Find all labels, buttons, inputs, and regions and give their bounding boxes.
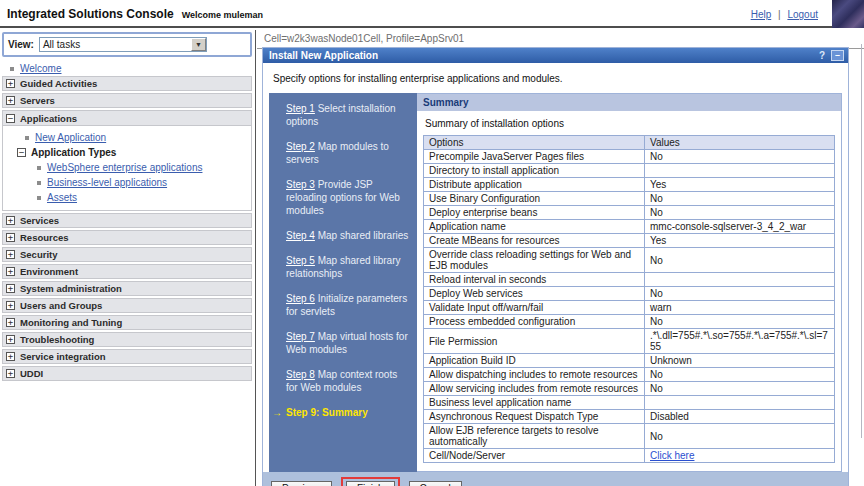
expand-icon[interactable]: + — [6, 369, 15, 378]
sidebar-section-header-services[interactable]: +Services — [2, 213, 252, 228]
sidebar-section-guided-activities: +Guided Activities — [2, 76, 252, 91]
current-step-label: Step 9: Summary — [286, 407, 368, 418]
option-cell: Asynchronous Request Dispatch Type — [424, 410, 645, 424]
sidebar-item-welcome[interactable]: Welcome — [2, 61, 252, 76]
sidebar-item-assets[interactable]: Assets — [3, 190, 251, 205]
banner-graphic — [832, 0, 864, 28]
sidebar-section-header-applications[interactable]: −Applications — [3, 111, 251, 126]
sidebar-section-header-users-and-groups[interactable]: +Users and Groups — [2, 298, 252, 313]
wizard-step-step-1[interactable]: Step 1 Select installation options — [286, 102, 409, 128]
sidebar-section-header-monitoring-and-tuning[interactable]: +Monitoring and Tuning — [2, 315, 252, 330]
expand-icon[interactable]: + — [6, 318, 15, 327]
sidebar-section-label: Environment — [20, 266, 78, 277]
expand-icon[interactable]: + — [6, 96, 15, 105]
wizard-step-step-5[interactable]: Step 5 Map shared library relationships — [286, 254, 409, 280]
expand-icon[interactable]: + — [6, 233, 15, 242]
table-row-create-mbeans-for-resources: Create MBeans for resourcesYes — [424, 234, 835, 248]
sidebar-link-new-application[interactable]: New Application — [35, 132, 106, 143]
sidebar-section-header-guided-activities[interactable]: +Guided Activities — [2, 76, 252, 91]
expand-icon[interactable]: + — [6, 79, 15, 88]
bullet-icon — [37, 166, 41, 170]
expand-icon[interactable]: + — [6, 267, 15, 276]
dropdown-arrow-icon[interactable]: ▼ — [191, 38, 206, 51]
previous-button[interactable]: Previous — [271, 481, 332, 486]
sidebar-item-websphere-enterprise-applications[interactable]: WebSphere enterprise applications — [3, 160, 251, 175]
sidebar-link-websphere-enterprise-applications[interactable]: WebSphere enterprise applications — [47, 162, 202, 173]
value-link-cell-node-server[interactable]: Click here — [650, 450, 694, 461]
sidebar-section-header-uddi[interactable]: +UDDI — [2, 366, 252, 381]
step-link-step-5[interactable]: Step 5 — [286, 255, 315, 266]
view-select-value: All tasks — [43, 39, 80, 50]
option-cell: Application name — [424, 220, 645, 234]
sidebar-section-label: System administration — [20, 283, 122, 294]
value-cell: Yes — [645, 234, 835, 248]
finish-annotation-box: Finish — [341, 477, 400, 486]
sidebar-section-header-troubleshooting[interactable]: +Troubleshooting — [2, 332, 252, 347]
option-cell: Cell/Node/Server — [424, 449, 645, 463]
table-row-use-binary-configuration: Use Binary ConfigurationNo — [424, 192, 835, 206]
wizard-step-step-8[interactable]: Step 8 Map context roots for Web modules — [286, 368, 409, 394]
table-row-business-level-application-name: Business level application name — [424, 396, 835, 410]
expand-icon[interactable]: + — [6, 216, 15, 225]
sidebar-nav: Welcome+Guided Activities+Servers−Applic… — [2, 61, 252, 381]
sidebar-section-label: Servers — [20, 95, 55, 106]
wizard-step-step-2[interactable]: Step 2 Map modules to servers — [286, 140, 409, 166]
collapse-icon[interactable]: − — [17, 148, 26, 157]
step-link-step-2[interactable]: Step 2 — [286, 141, 315, 152]
wizard-step-step-7[interactable]: Step 7 Map virtual hosts for Web modules — [286, 330, 409, 356]
panel-help-icon[interactable]: ? — [819, 50, 825, 61]
sidebar-section-header-servers[interactable]: +Servers — [2, 93, 252, 108]
table-row-file-permission: File Permission.*\.dll=755#.*\.so=755#.*… — [424, 329, 835, 354]
step-link-step-4[interactable]: Step 4 — [286, 230, 315, 241]
wizard-title: Install New Application — [269, 50, 378, 61]
step-link-step-3[interactable]: Step 3 — [286, 179, 315, 190]
sidebar-item-new-application[interactable]: New Application — [3, 130, 251, 145]
sidebar-item-business-level-applications[interactable]: Business-level applications — [3, 175, 251, 190]
sidebar-section-label: Security — [20, 249, 58, 260]
sidebar-link-business-level-applications[interactable]: Business-level applications — [47, 177, 167, 188]
step-link-step-8[interactable]: Step 8 — [286, 369, 315, 380]
step-link-step-1[interactable]: Step 1 — [286, 103, 315, 114]
sidebar-section-label: Resources — [20, 232, 69, 243]
expand-icon[interactable]: + — [6, 301, 15, 310]
value-cell: warn — [645, 301, 835, 315]
wizard-step-step-3[interactable]: Step 3 Provide JSP reloading options for… — [286, 178, 409, 217]
sidebar-link-assets[interactable]: Assets — [47, 192, 77, 203]
option-cell: Business level application name — [424, 396, 645, 410]
wizard-content-panel: Summary Summary of installation options … — [417, 93, 842, 472]
option-cell: Override class reloading settings for We… — [424, 248, 645, 273]
step-link-step-7[interactable]: Step 7 — [286, 331, 315, 342]
sidebar-subsection-application-types[interactable]: −Application Types — [3, 145, 251, 160]
value-cell: Unknown — [645, 354, 835, 368]
value-cell: No — [645, 368, 835, 382]
sidebar-section-header-environment[interactable]: +Environment — [2, 264, 252, 279]
option-cell: Reload interval in seconds — [424, 273, 645, 287]
expand-icon[interactable]: + — [6, 335, 15, 344]
cancel-button[interactable]: Cancel — [409, 481, 462, 486]
table-row-allow-dispatching-includes-to-remote-resources: Allow dispatching includes to remote res… — [424, 368, 835, 382]
sidebar-section-header-system-administration[interactable]: +System administration — [2, 281, 252, 296]
sidebar-link-welcome[interactable]: Welcome — [20, 63, 62, 74]
sidebar-section-troubleshooting: +Troubleshooting — [2, 332, 252, 347]
step-link-step-6[interactable]: Step 6 — [286, 293, 315, 304]
wizard-step-step-4[interactable]: Step 4 Map shared libraries — [286, 229, 409, 242]
expand-icon[interactable]: + — [6, 352, 15, 361]
finish-button[interactable]: Finish — [346, 481, 395, 486]
view-select[interactable]: All tasks ▼ — [39, 37, 207, 52]
wizard-step-step-6[interactable]: Step 6 Initialize parameters for servlet… — [286, 292, 409, 318]
help-link[interactable]: Help — [751, 9, 772, 20]
minimize-icon[interactable]: – — [831, 50, 844, 61]
sidebar-section-users-and-groups: +Users and Groups — [2, 298, 252, 313]
expand-icon[interactable]: + — [6, 284, 15, 293]
expand-icon[interactable]: + — [6, 250, 15, 259]
sidebar-section-header-resources[interactable]: +Resources — [2, 230, 252, 245]
option-cell: Use Binary Configuration — [424, 192, 645, 206]
sidebar-section-header-security[interactable]: +Security — [2, 247, 252, 262]
bullet-icon — [37, 196, 41, 200]
sidebar-section-resources: +Resources — [2, 230, 252, 245]
logout-link[interactable]: Logout — [787, 9, 818, 20]
sidebar-section-header-service-integration[interactable]: +Service integration — [2, 349, 252, 364]
collapse-icon[interactable]: − — [6, 114, 15, 123]
table-row-allow-servicing-includes-from-remote-resources: Allow servicing includes from remote res… — [424, 382, 835, 396]
app-title: Integrated Solutions ConsoleWelcome mule… — [7, 7, 263, 21]
